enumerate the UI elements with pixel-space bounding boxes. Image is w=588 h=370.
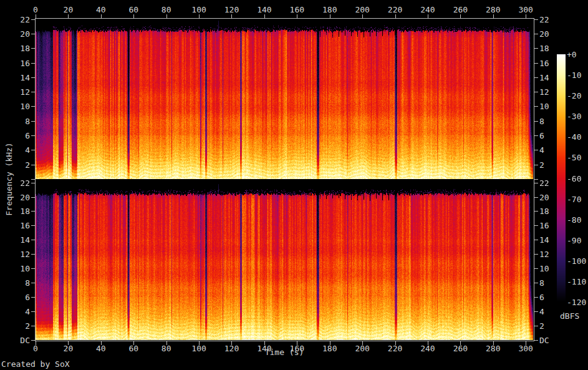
y-tick-label: 4 bbox=[0, 145, 30, 155]
x-tick-mark bbox=[428, 14, 428, 18]
y-tick-mark bbox=[31, 77, 35, 78]
x-tick-label: 80 bbox=[161, 5, 171, 14]
x-tick-label: 80 bbox=[161, 344, 171, 353]
axis-line-top bbox=[35, 18, 534, 19]
y-tick-label: 4 bbox=[539, 145, 544, 155]
y-tick-label: 22 bbox=[539, 178, 549, 187]
y-tick-mark bbox=[31, 197, 35, 198]
x-tick-mark bbox=[460, 14, 461, 18]
y-tick-label: 20 bbox=[539, 192, 549, 202]
y-tick-label: 18 bbox=[0, 207, 30, 216]
x-tick-label: 240 bbox=[420, 344, 435, 353]
colorbar-tick-label: -110 bbox=[567, 276, 586, 286]
y-tick-label: 14 bbox=[539, 72, 549, 82]
y-tick-label: 12 bbox=[0, 250, 30, 259]
x-tick-label: 120 bbox=[224, 5, 239, 14]
colorbar-tick-label: -70 bbox=[567, 194, 581, 203]
sox-spectrogram-image: Frequency (kHz) Time (s) dBFS Created by… bbox=[0, 0, 588, 370]
x-tick-label: 100 bbox=[191, 5, 206, 14]
x-tick-label: 220 bbox=[388, 344, 402, 353]
y-tick-label: 22 bbox=[0, 14, 30, 24]
x-tick-label: 20 bbox=[64, 5, 74, 14]
x-tick-mark bbox=[330, 14, 330, 18]
y-tick-mark bbox=[31, 48, 35, 49]
colorbar-tick-label: -30 bbox=[567, 112, 581, 121]
y-tick-label: 8 bbox=[0, 116, 30, 125]
y-tick-label: 12 bbox=[539, 250, 549, 259]
axis-line-bottom bbox=[35, 341, 534, 341]
colorbar-tick-label: -90 bbox=[567, 235, 581, 245]
y-tick-mark bbox=[31, 311, 35, 312]
y-tick-mark bbox=[31, 135, 35, 136]
y-tick-label: 8 bbox=[0, 278, 30, 288]
x-tick-mark bbox=[231, 14, 232, 18]
x-tick-label: 100 bbox=[191, 344, 206, 353]
y-tick-label: 20 bbox=[0, 29, 30, 38]
y-tick-mark bbox=[534, 254, 538, 255]
colorbar-tick-label: -10 bbox=[567, 71, 581, 80]
x-tick-label: 180 bbox=[322, 5, 337, 14]
x-tick-label: 140 bbox=[257, 5, 271, 14]
x-tick-label: 160 bbox=[290, 5, 304, 14]
x-tick-label: 60 bbox=[128, 5, 138, 14]
colorbar-tick-label: -50 bbox=[567, 153, 581, 162]
y-tick-mark bbox=[31, 165, 35, 165]
y-tick-label: 20 bbox=[539, 29, 549, 38]
x-tick-mark bbox=[362, 14, 363, 18]
y-tick-mark bbox=[534, 340, 538, 341]
x-tick-mark bbox=[493, 14, 494, 18]
spectrogram-channel-right bbox=[36, 182, 533, 340]
y-tick-mark bbox=[534, 150, 538, 150]
colorbar-tick-label: +0 bbox=[567, 50, 577, 59]
y-tick-label: DC bbox=[0, 336, 30, 345]
y-tick-label: 14 bbox=[539, 235, 549, 245]
y-tick-label: 2 bbox=[0, 321, 30, 331]
y-tick-mark bbox=[534, 106, 538, 107]
y-tick-mark bbox=[534, 48, 538, 49]
y-tick-mark bbox=[534, 240, 538, 240]
colorbar-unit-label: dBFS bbox=[560, 311, 579, 321]
axis-line-right bbox=[534, 18, 534, 341]
y-tick-label: 10 bbox=[0, 102, 30, 111]
y-tick-label: 10 bbox=[539, 264, 549, 273]
y-tick-mark bbox=[534, 179, 538, 180]
x-tick-label: 280 bbox=[486, 5, 500, 14]
y-tick-mark bbox=[534, 283, 538, 283]
y-tick-mark bbox=[31, 283, 35, 283]
x-tick-label: 300 bbox=[518, 344, 533, 353]
y-tick-label: 6 bbox=[0, 293, 30, 302]
y-tick-label: 2 bbox=[0, 160, 30, 169]
colorbar-gradient bbox=[557, 54, 566, 302]
x-tick-mark bbox=[36, 14, 36, 18]
y-tick-mark bbox=[31, 268, 35, 269]
y-tick-mark bbox=[534, 63, 538, 64]
y-tick-mark bbox=[31, 92, 35, 92]
y-tick-label: 8 bbox=[539, 278, 544, 288]
x-tick-mark bbox=[101, 14, 102, 18]
y-tick-mark bbox=[534, 165, 538, 165]
y-tick-label: 20 bbox=[0, 192, 30, 202]
creator-credit: Created by SoX bbox=[1, 359, 70, 369]
y-tick-label: 14 bbox=[0, 235, 30, 245]
y-tick-label: 18 bbox=[0, 44, 30, 53]
y-tick-mark bbox=[534, 311, 538, 312]
y-tick-mark bbox=[31, 254, 35, 255]
colorbar-tick-label: -80 bbox=[567, 215, 581, 224]
axis-line-left bbox=[35, 18, 36, 341]
y-tick-label: 6 bbox=[539, 293, 544, 302]
x-tick-label: 260 bbox=[453, 344, 468, 353]
y-tick-label: 18 bbox=[539, 207, 549, 216]
y-tick-mark bbox=[534, 268, 538, 269]
y-tick-label: 12 bbox=[539, 87, 549, 97]
x-tick-label: 200 bbox=[355, 5, 369, 14]
y-tick-mark bbox=[31, 179, 35, 180]
y-tick-mark bbox=[31, 106, 35, 107]
x-tick-label: 260 bbox=[453, 5, 468, 14]
spectrogram-channel-left bbox=[36, 19, 533, 179]
y-tick-label: 6 bbox=[539, 131, 544, 140]
y-tick-mark bbox=[534, 77, 538, 78]
x-tick-label: 40 bbox=[96, 5, 106, 14]
x-tick-label: 240 bbox=[420, 5, 435, 14]
x-tick-label: 0 bbox=[33, 344, 38, 353]
y-tick-mark bbox=[31, 19, 35, 20]
